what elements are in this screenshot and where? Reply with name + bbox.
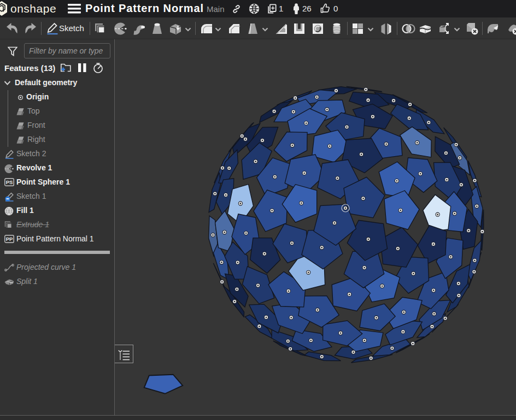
svg-text:PS: PS — [6, 179, 13, 185]
svg-text:PP: PP — [6, 236, 13, 242]
